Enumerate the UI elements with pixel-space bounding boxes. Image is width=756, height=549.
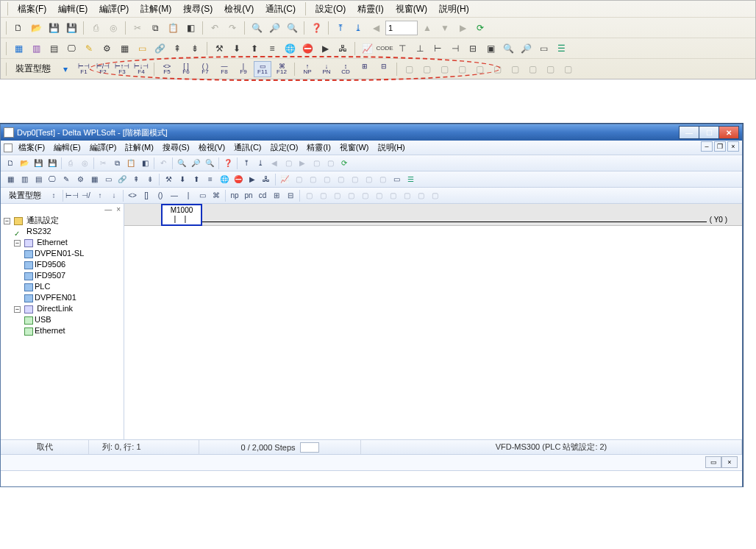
menu-comment[interactable]: 註解(M) xyxy=(136,1,176,17)
upload-icon[interactable]: ⬆ xyxy=(190,173,203,186)
erase-icon[interactable]: ◧ xyxy=(182,20,199,36)
edit-icon[interactable]: ✎ xyxy=(81,40,97,57)
comment-icon[interactable]: ▭ xyxy=(134,40,150,57)
rung-icon[interactable]: ▭ xyxy=(535,40,552,57)
g-icon[interactable]: ▢ xyxy=(330,189,343,202)
erase-icon[interactable]: ◧ xyxy=(138,157,151,170)
output-pane[interactable] xyxy=(1,470,742,486)
tree-item[interactable]: Ethernet xyxy=(24,325,122,336)
menu-compile[interactable]: 編譯(P) xyxy=(87,141,120,154)
globe-icon[interactable]: 🌐 xyxy=(218,173,231,186)
tree-rs232[interactable]: RS232 xyxy=(14,226,122,237)
t1-icon[interactable]: ⊤ xyxy=(394,40,410,57)
menu-options[interactable]: 設定(O) xyxy=(268,141,302,154)
connection-icon[interactable]: 🖧 xyxy=(335,40,351,57)
g-icon[interactable]: ▢ xyxy=(316,189,329,202)
comment-icon[interactable]: ▭ xyxy=(101,173,115,186)
d1-icon[interactable]: ▢ xyxy=(310,157,323,170)
step-down-icon[interactable]: ▼ xyxy=(437,20,453,36)
menu-edit[interactable]: 編輯(E) xyxy=(54,1,92,17)
step-icon[interactable]: ▢ xyxy=(282,157,295,170)
menu-view[interactable]: 檢視(V) xyxy=(196,141,229,154)
d2-icon[interactable]: ▢ xyxy=(324,157,337,170)
ldr-x2-icon[interactable]: ⊟ xyxy=(284,189,297,202)
help-icon[interactable]: ❓ xyxy=(221,157,235,170)
connection-icon[interactable]: 🖧 xyxy=(260,173,273,186)
menu-wizard[interactable]: 精靈(I) xyxy=(304,141,333,154)
undo-icon[interactable]: ↶ xyxy=(157,157,170,170)
zoom-in-icon[interactable]: 🔍 xyxy=(175,157,188,170)
comm-tree-pane[interactable]: —× − 通訊設定 RS232 xyxy=(1,204,124,439)
grey-icon[interactable]: ▢ xyxy=(471,61,488,77)
g-icon[interactable]: ▢ xyxy=(372,189,385,202)
saveas-icon[interactable]: 💾 xyxy=(63,20,79,36)
mdi-minimize-button[interactable]: – xyxy=(701,141,713,152)
compile-icon[interactable]: ⚒ xyxy=(211,40,227,57)
fnkey-f12[interactable]: ⌘F12 xyxy=(273,61,290,77)
compare-icon[interactable]: ≡ xyxy=(204,173,217,186)
devicelist-icon[interactable]: ▦ xyxy=(116,40,132,57)
g-icon[interactable]: ▢ xyxy=(386,189,399,202)
stop-icon[interactable]: ⛔ xyxy=(299,40,315,57)
prev-icon[interactable]: ◀ xyxy=(268,157,281,170)
tree-item[interactable]: IFD9507 xyxy=(24,270,122,281)
stack-icon[interactable]: ☰ xyxy=(404,173,417,186)
menu-file[interactable]: 檔案(F) xyxy=(15,141,48,154)
collapse-icon[interactable]: − xyxy=(14,306,21,313)
upload-icon[interactable]: ⬆ xyxy=(246,40,263,57)
devlist-icon[interactable]: ▦ xyxy=(88,173,101,186)
fnkey-f8[interactable]: —F8 xyxy=(215,61,233,77)
paste-icon[interactable]: 📋 xyxy=(124,157,138,170)
paste-icon[interactable]: 📋 xyxy=(165,20,181,36)
g-icon[interactable]: ▢ xyxy=(306,173,319,186)
g-icon[interactable]: ▢ xyxy=(302,189,315,202)
code-icon[interactable]: CODE xyxy=(377,40,393,57)
link-icon[interactable]: 🔗 xyxy=(115,173,129,186)
rung-output[interactable]: ( Y0 ) xyxy=(710,216,727,224)
fnkey-f7[interactable]: ( )F7 xyxy=(196,61,214,77)
menu-comment[interactable]: 註解(M) xyxy=(122,141,157,154)
g-icon[interactable]: ▢ xyxy=(344,189,357,202)
pane-close-icon[interactable]: × xyxy=(116,205,121,213)
menu-comm[interactable]: 通訊(C) xyxy=(231,141,264,154)
g-icon[interactable]: ▢ xyxy=(414,189,427,202)
ladder-mode-icon[interactable]: ▦ xyxy=(10,40,26,57)
ldr-fall-icon[interactable]: ↓ xyxy=(107,189,121,202)
fnkey-f2[interactable]: ⊢/⊣F2 xyxy=(94,61,112,77)
fnkey-ex1[interactable]: ⊞ xyxy=(356,61,374,77)
monitor-icon[interactable]: 🖵 xyxy=(63,40,79,57)
grey-icon[interactable]: ▢ xyxy=(454,61,470,77)
simulate-icon[interactable]: ⚙ xyxy=(99,40,115,57)
scope-icon[interactable]: 📈 xyxy=(359,40,375,57)
tree-item[interactable]: DVPFEN01 xyxy=(24,292,122,303)
mag1-icon[interactable]: 🔍 xyxy=(500,40,516,57)
minimize-button[interactable]: — xyxy=(679,126,699,139)
fnkey-f1[interactable]: ⊢⊣F1 xyxy=(75,61,93,77)
grey-icon[interactable]: ▢ xyxy=(507,61,523,77)
prev-icon[interactable]: ◀ xyxy=(368,20,384,36)
ldr-x1-icon[interactable]: ⊞ xyxy=(270,189,283,202)
fnkey-f4[interactable]: ⊢↓⊣F4 xyxy=(132,61,150,77)
new-icon[interactable]: 🗋 xyxy=(4,157,17,170)
fnkey-f3[interactable]: ⊢↑⊣F3 xyxy=(113,61,131,77)
collapse-icon[interactable]: − xyxy=(4,218,10,224)
cut-icon[interactable]: ✂ xyxy=(129,20,146,36)
tree-root[interactable]: − 通訊設定 RS232 − xyxy=(4,215,122,336)
zoom-icon[interactable]: 🔍 xyxy=(203,157,216,170)
step-up-icon[interactable]: ▲ xyxy=(419,20,435,36)
ldr-bracket-icon[interactable]: [] xyxy=(140,189,153,202)
run-icon[interactable]: ▶ xyxy=(246,173,259,186)
device-dropdown-icon[interactable]: ↕ xyxy=(47,189,60,202)
fnkey-f11[interactable]: ▭F11 xyxy=(254,61,271,77)
g-icon[interactable]: ▢ xyxy=(292,173,305,186)
fnkey-f9[interactable]: |F9 xyxy=(235,61,252,77)
tree-item[interactable]: USB xyxy=(24,314,122,325)
tab-output[interactable]: ▭ xyxy=(705,456,721,468)
ladder-mode-icon[interactable]: ▦ xyxy=(4,173,17,186)
fnkey-ex2[interactable]: ⊟ xyxy=(375,61,393,77)
grey-icon[interactable]: ▢ xyxy=(401,61,417,77)
open-icon[interactable]: 📂 xyxy=(28,20,44,36)
grey-icon[interactable]: ▢ xyxy=(418,61,435,77)
t3-icon[interactable]: ⊢ xyxy=(429,40,446,57)
g-icon[interactable]: ▢ xyxy=(362,173,375,186)
